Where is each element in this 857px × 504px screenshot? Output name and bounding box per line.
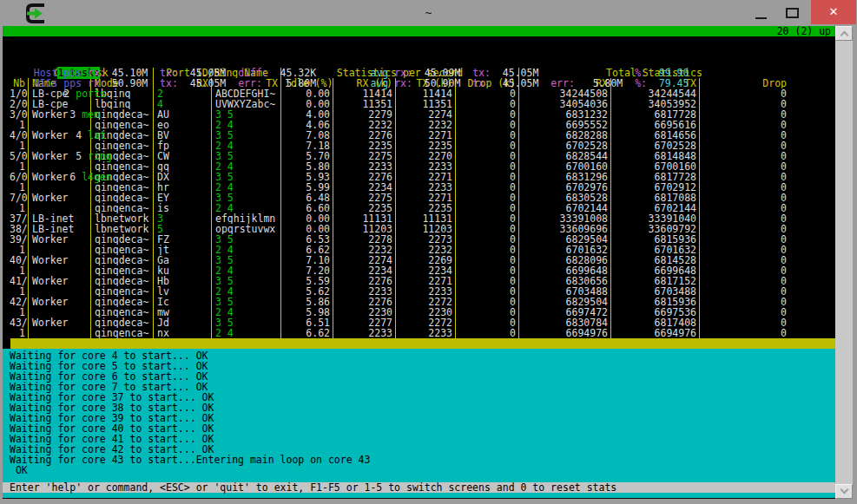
cell-drop-total: 0 bbox=[700, 234, 789, 245]
close-button[interactable]: ✕ bbox=[811, 0, 856, 24]
cell-rx: ku bbox=[154, 265, 212, 276]
cell-drop-total: 0 bbox=[700, 224, 789, 234]
cell-drop-k: 0 bbox=[456, 99, 519, 109]
stat-segment: NICs pps bbox=[34, 77, 88, 89]
cell-rx-total: 6830528 bbox=[519, 193, 611, 203]
screen-tab[interactable]: 5 ring bbox=[57, 150, 111, 162]
terminal-content: prox v0.21: BNG 20 (2) up 1 tasks 2 port… bbox=[3, 26, 835, 499]
cell-tx: opqrstuvwx bbox=[212, 224, 281, 234]
cell-tx-k: 2271 bbox=[396, 193, 456, 203]
cell-name bbox=[29, 265, 91, 276]
cell-tx: 2 4 bbox=[212, 161, 281, 172]
screen-tab[interactable]: 6 l4gen bbox=[57, 171, 111, 183]
cell-rx-k: 2276 bbox=[333, 297, 396, 307]
cell-tx-k: 2232 bbox=[396, 245, 456, 255]
tab-label: l4gen bbox=[82, 171, 112, 183]
minimize-button[interactable] bbox=[752, 1, 771, 24]
cell-drop-total: 0 bbox=[700, 161, 789, 172]
cell-tx-k: 2234 bbox=[396, 265, 456, 276]
cell-drop-k: 0 bbox=[456, 286, 519, 297]
screen-tab[interactable]: 4 lat bbox=[57, 129, 105, 141]
cell-mode: qinqenca~ bbox=[91, 328, 154, 338]
cell-tx: 2 4 bbox=[212, 307, 281, 317]
cell-name bbox=[29, 245, 91, 255]
cell-tx-k: 2271 bbox=[396, 172, 456, 182]
cell-rx-k: 2276 bbox=[333, 130, 396, 141]
stat-segment: 5.80M bbox=[593, 77, 635, 89]
cell-tx: 2 4 bbox=[212, 245, 281, 255]
cell-drop-k: 0 bbox=[456, 255, 519, 265]
cell-drop-total: 0 bbox=[700, 151, 789, 161]
cell-tx-total: 6701632 bbox=[611, 245, 700, 255]
maximize-button[interactable] bbox=[783, 1, 802, 24]
cell-rx: Ic bbox=[154, 297, 212, 307]
cell-rx: 4 bbox=[154, 99, 212, 109]
screen-tab[interactable]: 3 mem bbox=[57, 108, 100, 121]
cell-tx: 3 5 bbox=[212, 172, 281, 182]
tab-label: lat bbox=[88, 129, 106, 141]
table-row: 38/0 LB-inet lbnetwork 5 opqrstuvwx 0.00… bbox=[3, 224, 835, 234]
cell-tx-total: 6702528 bbox=[611, 141, 700, 151]
table-row: 6/0 Worker qinqdeca~ DX 3 5 5.93 2276 22… bbox=[3, 172, 835, 182]
cell-rx-k: 2235 bbox=[333, 203, 396, 213]
cell-rx-total: 33391008 bbox=[519, 213, 611, 224]
cell-drop-k: 0 bbox=[456, 265, 519, 276]
cell-tx: UVWXYZabc~ bbox=[212, 99, 281, 109]
cell-nb: 39/0 bbox=[10, 234, 29, 245]
cell-tx-k: 2270 bbox=[396, 151, 456, 161]
cell-nb: 41/0 bbox=[10, 276, 29, 286]
cell-drop-total: 0 bbox=[700, 245, 789, 255]
screen-tabs: 1 tasks 2 ports 3 mem 4 lat 5 ring 6 l4g… bbox=[3, 36, 835, 47]
cell-nb: 43/0 bbox=[10, 317, 29, 328]
cell-drop-k: 0 bbox=[456, 182, 519, 193]
screen-tab[interactable]: 2 ports bbox=[57, 88, 105, 100]
cell-idle: 0.00 bbox=[281, 224, 333, 234]
cell-idle: 7.08 bbox=[281, 130, 333, 141]
table-row: 40/0 Worker qinqdeca~ Ga 3 5 7.10 2274 2… bbox=[3, 255, 835, 265]
cell-rx-k: 2275 bbox=[333, 193, 396, 203]
cell-rx-total: 6830784 bbox=[519, 317, 611, 328]
cell-tx-total: 6815936 bbox=[611, 297, 700, 307]
cell-rx-k: 11131 bbox=[333, 213, 396, 224]
cell-rx-total: 6701632 bbox=[519, 245, 611, 255]
table-row: 1 qinqenca~ nx 2 4 6.62 2233 2233 0 6694… bbox=[3, 328, 835, 338]
cell-tx: 2 4 bbox=[212, 265, 281, 276]
cell-rx-total: 6695552 bbox=[519, 120, 611, 130]
cell-rx-k: 2230 bbox=[333, 307, 396, 317]
cell-drop-total: 0 bbox=[700, 182, 789, 193]
cell-rx: jt bbox=[154, 245, 212, 255]
table-row: 37/0 LB-inet lbnetwork 3 efghijklmn 0.00… bbox=[3, 213, 835, 224]
cell-name: Worker bbox=[29, 234, 91, 245]
cell-rx-k: 2277 bbox=[333, 317, 396, 328]
cell-idle: 6.53 bbox=[281, 234, 333, 245]
scroll-down-button[interactable] bbox=[835, 484, 853, 499]
scrollbar[interactable] bbox=[835, 26, 853, 499]
cell-tx-total: 6703488 bbox=[611, 286, 700, 297]
stat-segment: tx: bbox=[160, 77, 190, 89]
cell-tx: ABCDEFGHI~ bbox=[212, 88, 281, 99]
cell-name: Worker bbox=[29, 317, 91, 328]
cell-drop-k: 0 bbox=[456, 297, 519, 307]
cell-tx: 2 4 bbox=[212, 182, 281, 193]
cell-mode: qinqdeca~ bbox=[91, 317, 154, 328]
scroll-up-button[interactable] bbox=[835, 26, 853, 41]
cell-drop-total: 0 bbox=[700, 213, 789, 224]
table-row: 4/0 Worker qinqdeca~ BV 3 5 7.08 2276 22… bbox=[3, 130, 835, 141]
cell-nb: 1 bbox=[10, 307, 29, 317]
stat-segment: 45.05M bbox=[503, 77, 550, 89]
console-line: Waiting for core 43 to start...Entering … bbox=[10, 455, 835, 465]
cell-tx: 3 5 bbox=[212, 276, 281, 286]
cell-rx-k: 11203 bbox=[333, 224, 396, 234]
host-pps-line: Host pps rx: 45.10M tx: 45.05M diff: 45.… bbox=[3, 47, 835, 57]
cell-rx-total: 6828288 bbox=[519, 130, 611, 141]
close-icon: ✕ bbox=[829, 5, 839, 18]
cell-idle: 5.98 bbox=[281, 307, 333, 317]
window-titlebar[interactable]: ~ ✕ bbox=[0, 0, 857, 26]
cell-rx-total: 34244508 bbox=[519, 88, 611, 99]
table-row: 42/0 Worker qinqdeca~ Ic 3 5 5.86 2276 2… bbox=[3, 297, 835, 307]
separator-bar-row bbox=[3, 338, 835, 349]
cell-rx: Jd bbox=[154, 317, 212, 328]
cell-name: LB-inet bbox=[29, 213, 91, 224]
cell-nb: 7/0 bbox=[10, 193, 29, 203]
terminal-window: ~ ✕ prox v0.21: BNG 20 (2) up 1 tasks 2 … bbox=[0, 0, 857, 504]
